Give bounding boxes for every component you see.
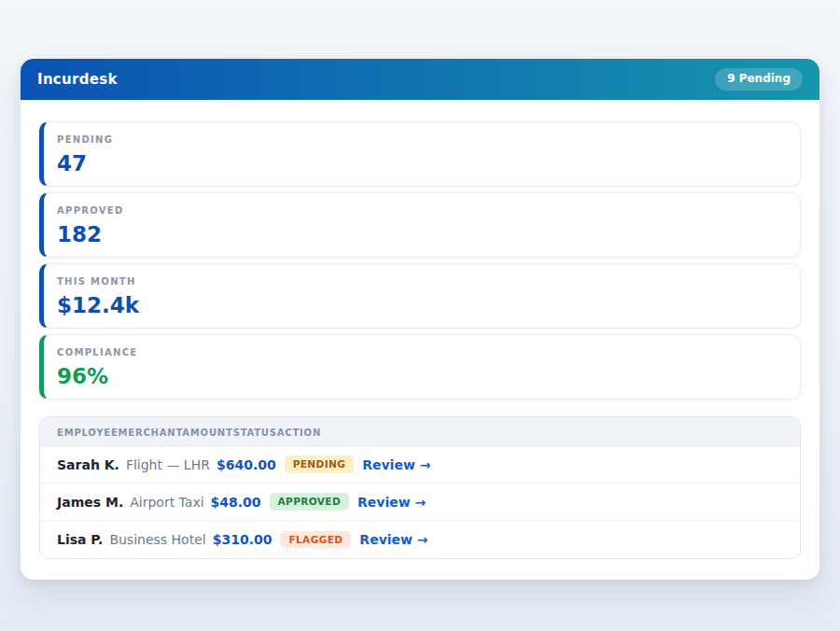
stat-value: 182 (57, 223, 787, 245)
stat-card-approved: APPROVED 182 (39, 192, 801, 258)
pending-count-badge: 9 Pending (715, 68, 803, 90)
stat-label: COMPLIANCE (57, 347, 787, 358)
review-link[interactable]: Review → (357, 495, 426, 510)
app-title: Incurdesk (37, 71, 118, 88)
column-header-status: STATUS (233, 428, 277, 438)
expense-amount: $310.00 (213, 532, 273, 547)
review-link[interactable]: Review → (362, 457, 430, 472)
stats-section: PENDING 47 APPROVED 182 THIS MONTH $12.4… (39, 121, 801, 400)
status-badge: PENDING (285, 456, 354, 473)
status-badge: FLAGGED (280, 531, 351, 549)
stat-card-pending: PENDING 47 (39, 121, 801, 187)
app-card: Incurdesk 9 Pending PENDING 47 APPROVED … (21, 59, 819, 580)
stat-label: APPROVED (57, 205, 787, 217)
review-link[interactable]: Review → (359, 532, 427, 547)
table-row: Lisa P. Business Hotel $310.00 FLAGGED R… (40, 521, 800, 558)
column-header-amount: AMOUNT (182, 428, 232, 438)
employee-name: Sarah K. (57, 457, 119, 472)
column-header-employee: EMPLOYEE (57, 428, 119, 438)
table-row: Sarah K. Flight — LHR $640.00 PENDING Re… (40, 446, 800, 484)
stat-card-compliance: COMPLIANCE 96% (39, 334, 801, 400)
expense-amount: $48.00 (211, 495, 261, 510)
merchant-name: Airport Taxi (130, 495, 203, 510)
app-content: PENDING 47 APPROVED 182 THIS MONTH $12.4… (21, 100, 819, 580)
stat-card-this-month: THIS MONTH $12.4k (39, 263, 801, 329)
status-badge: APPROVED (270, 493, 349, 511)
expenses-table: EMPLOYEEMERCHANTAMOUNTSTATUSACTION Sarah… (39, 416, 801, 559)
merchant-name: Business Hotel (109, 532, 205, 547)
table-row: James M. Airport Taxi $48.00 APPROVED Re… (40, 484, 800, 521)
stat-label: THIS MONTH (57, 276, 787, 287)
stat-value: 96% (57, 365, 787, 387)
column-header-action: ACTION (277, 428, 321, 438)
stat-value: 47 (57, 152, 787, 175)
table-header-row: EMPLOYEEMERCHANTAMOUNTSTATUSACTION (40, 417, 800, 446)
expense-amount: $640.00 (217, 457, 276, 472)
employee-name: James M. (57, 495, 123, 510)
merchant-name: Flight — LHR (126, 457, 210, 472)
column-header-merchant: MERCHANT (119, 428, 183, 438)
employee-name: Lisa P. (57, 532, 103, 547)
app-header: Incurdesk 9 Pending (21, 59, 819, 100)
stat-value: $12.4k (57, 294, 787, 316)
stat-label: PENDING (57, 134, 787, 146)
